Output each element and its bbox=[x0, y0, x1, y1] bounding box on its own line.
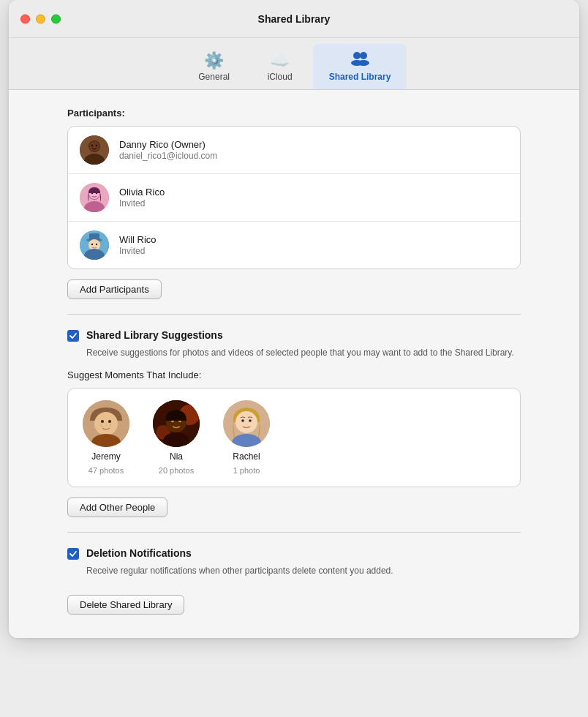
avatar-rachel bbox=[223, 400, 270, 447]
avatar-danny bbox=[80, 135, 109, 165]
participant-info-olivia: Olivia Rico Invited bbox=[119, 187, 165, 209]
moment-count-rachel: 1 photo bbox=[233, 466, 260, 475]
participant-name-danny: Danny Rico (Owner) bbox=[119, 139, 217, 150]
svg-point-37 bbox=[235, 411, 257, 433]
moment-name-rachel: Rachel bbox=[233, 451, 260, 462]
avatar-will bbox=[80, 230, 109, 260]
svg-point-38 bbox=[241, 419, 244, 422]
divider-1 bbox=[67, 314, 521, 315]
moment-name-nia: Nia bbox=[170, 451, 183, 462]
svg-point-26 bbox=[108, 420, 111, 423]
avatar-olivia bbox=[80, 183, 109, 212]
add-other-people-button[interactable]: Add Other People bbox=[67, 498, 167, 517]
svg-point-8 bbox=[91, 145, 93, 146]
maximize-button[interactable] bbox=[51, 14, 61, 23]
svg-point-0 bbox=[353, 52, 361, 59]
toolbar: ⚙️ General ☁️ iCloud Shared Library bbox=[9, 38, 579, 90]
moment-count-jeremy: 47 photos bbox=[88, 466, 124, 475]
titlebar: Shared Library bbox=[9, 0, 579, 38]
participant-name-olivia: Olivia Rico bbox=[119, 187, 165, 198]
svg-point-20 bbox=[91, 244, 93, 245]
cloud-icon: ☁️ bbox=[270, 53, 290, 69]
tab-shared-library[interactable]: Shared Library bbox=[313, 44, 407, 89]
suggest-moments-label: Suggest Moments That Include: bbox=[67, 369, 521, 380]
svg-point-3 bbox=[358, 60, 369, 66]
participant-row: Danny Rico (Owner) daniel_rico1@icloud.c… bbox=[68, 127, 520, 174]
svg-point-9 bbox=[96, 145, 97, 146]
deletion-checkbox-label: Deletion Notifications bbox=[86, 547, 192, 559]
moment-person-jeremy[interactable]: Jeremy 47 photos bbox=[83, 400, 129, 475]
deletion-checkbox-desc: Receive regular notifications when other… bbox=[86, 564, 521, 577]
participant-sub-danny: daniel_rico1@icloud.com bbox=[119, 151, 217, 161]
suggestions-checkbox[interactable] bbox=[67, 330, 79, 342]
minimize-button[interactable] bbox=[36, 14, 45, 23]
svg-point-7 bbox=[89, 141, 99, 151]
deletion-checkbox[interactable] bbox=[67, 548, 79, 560]
traffic-lights bbox=[20, 14, 61, 23]
participant-row: Will Rico Invited bbox=[68, 222, 520, 269]
delete-shared-library-button[interactable]: Delete Shared Library bbox=[67, 595, 184, 615]
suggestions-checkbox-label: Shared Library Suggestions bbox=[86, 329, 223, 341]
avatar-jeremy bbox=[83, 400, 129, 447]
add-participants-button[interactable]: Add Participants bbox=[67, 279, 162, 299]
tab-icloud[interactable]: ☁️ iCloud bbox=[247, 47, 313, 89]
suggestions-checkbox-desc: Receive suggestions for photos and video… bbox=[86, 346, 521, 359]
moment-person-rachel[interactable]: Rachel 1 photo bbox=[223, 400, 270, 475]
moments-box: Jeremy 47 photos bbox=[67, 388, 521, 487]
avatar-nia bbox=[153, 400, 200, 447]
participants-list: Danny Rico (Owner) daniel_rico1@icloud.c… bbox=[67, 126, 521, 269]
moment-person-nia[interactable]: Nia 20 photos bbox=[153, 400, 200, 475]
tab-icloud-label: iCloud bbox=[268, 72, 293, 82]
tab-general[interactable]: ⚙️ General bbox=[181, 47, 247, 89]
svg-point-25 bbox=[101, 420, 104, 423]
main-window: Shared Library ⚙️ General ☁️ iCloud Shar… bbox=[9, 0, 579, 638]
participant-sub-olivia: Invited bbox=[119, 198, 165, 209]
svg-point-1 bbox=[360, 52, 367, 59]
tab-shared-library-label: Shared Library bbox=[329, 72, 391, 82]
participant-info-will: Will Rico Invited bbox=[119, 234, 157, 256]
main-content: Participants: Danny Rico (Owne bbox=[9, 90, 579, 638]
divider-2 bbox=[67, 532, 521, 533]
svg-point-24 bbox=[94, 412, 118, 435]
gear-icon: ⚙️ bbox=[204, 53, 224, 69]
moment-name-jeremy: Jeremy bbox=[91, 451, 120, 462]
tab-general-label: General bbox=[198, 72, 230, 82]
moment-count-nia: 20 photos bbox=[159, 466, 194, 475]
close-button[interactable] bbox=[20, 14, 30, 23]
suggestions-checkbox-row: Shared Library Suggestions bbox=[67, 329, 521, 342]
window-title: Shared Library bbox=[258, 13, 331, 25]
svg-point-21 bbox=[96, 244, 97, 245]
svg-point-39 bbox=[249, 419, 252, 422]
participant-name-will: Will Rico bbox=[119, 234, 157, 245]
shared-library-icon bbox=[350, 50, 370, 69]
participants-label: Participants: bbox=[67, 108, 521, 119]
participant-info-danny: Danny Rico (Owner) daniel_rico1@icloud.c… bbox=[119, 139, 217, 161]
participant-sub-will: Invited bbox=[119, 246, 157, 256]
deletion-checkbox-row: Deletion Notifications bbox=[67, 547, 521, 560]
participant-row: Olivia Rico Invited bbox=[68, 174, 520, 222]
